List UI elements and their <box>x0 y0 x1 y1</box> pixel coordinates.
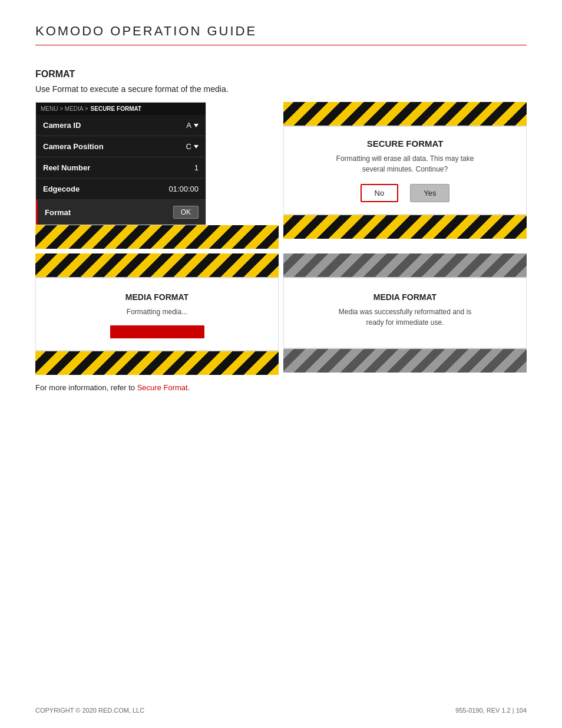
secure-format-link[interactable]: Secure Format <box>137 383 188 392</box>
section-heading: FORMAT <box>35 69 527 80</box>
secure-format-panel: SECURE FORMAT Formatting will erase all … <box>283 102 527 249</box>
dropdown-arrow-camera-id <box>194 124 199 127</box>
media-format-progress-panel: MEDIA FORMAT Formatting media... <box>35 253 279 375</box>
hazard-stripe-right-top <box>283 102 527 126</box>
footer-rev: 955-0190, REV 1.2 | 104 <box>455 707 527 714</box>
dropdown-arrow-camera-position <box>194 145 199 149</box>
camera-menu-panel: MENU > MEDIA > SECURE FORMAT Camera ID A… <box>35 102 279 249</box>
secure-format-dialog: SECURE FORMAT Formatting will erase all … <box>283 126 527 215</box>
progress-bar <box>110 325 204 338</box>
dialog-buttons: No Yes <box>293 184 517 202</box>
camera-position-label: Camera Position <box>43 142 104 151</box>
page-footer: COPYRIGHT © 2020 RED.COM, LLC 955-0190, … <box>35 707 527 714</box>
camera-menu-screen: MENU > MEDIA > SECURE FORMAT Camera ID A… <box>35 102 206 225</box>
menu-row-reel-number: Reel Number 1 <box>36 157 206 179</box>
no-button[interactable]: No <box>361 184 399 202</box>
media-format-done-dialog: MEDIA FORMAT Media was successfully refo… <box>283 278 527 348</box>
format-ok-button[interactable]: OK <box>173 206 199 219</box>
page-header: KOMODO OPERATION GUIDE <box>35 24 527 45</box>
reel-number-label: Reel Number <box>43 163 90 172</box>
menu-row-camera-id: Camera ID A <box>36 115 206 136</box>
hazard-stripe-left-bottom-top <box>35 253 279 277</box>
screenshots-bottom-row: MEDIA FORMAT Formatting media... MEDIA F… <box>35 253 527 375</box>
format-label: Format <box>45 208 71 217</box>
screenshots-top-row: MENU > MEDIA > SECURE FORMAT Camera ID A… <box>35 102 527 249</box>
edgecode-label: Edgecode <box>43 185 80 193</box>
menu-row-format[interactable]: Format OK <box>36 200 206 225</box>
footer-note: For more information, refer to Secure Fo… <box>35 383 527 392</box>
secure-format-title: SECURE FORMAT <box>293 139 517 149</box>
media-format-done-title: MEDIA FORMAT <box>293 292 517 302</box>
footer-copyright: COPYRIGHT © 2020 RED.COM, LLC <box>35 707 144 714</box>
menu-row-edgecode: Edgecode 01:00:00 <box>36 179 206 200</box>
hazard-stripe-gray-bottom <box>283 349 527 373</box>
camera-position-value: C <box>186 142 199 151</box>
secure-format-text: Formatting will erase all data. This may… <box>293 153 517 174</box>
section-intro: Use Format to execute a secure format of… <box>35 84 527 94</box>
yes-button[interactable]: Yes <box>410 184 449 202</box>
media-format-progress-dialog: MEDIA FORMAT Formatting media... <box>35 278 279 351</box>
media-format-done-panel: MEDIA FORMAT Media was successfully refo… <box>283 253 527 375</box>
breadcrumb-normal: MENU > MEDIA > <box>41 106 88 112</box>
media-format-progress-title: MEDIA FORMAT <box>45 292 269 302</box>
breadcrumb-bold: SECURE FORMAT <box>91 106 141 112</box>
hazard-stripe-left-bottom-bottom <box>35 351 279 375</box>
hazard-stripe-left-top <box>35 225 279 249</box>
menu-breadcrumb: MENU > MEDIA > SECURE FORMAT <box>36 103 206 115</box>
menu-row-camera-position: Camera Position C <box>36 136 206 157</box>
camera-id-value: A <box>186 121 199 130</box>
hazard-stripe-right-bottom <box>283 215 527 239</box>
camera-id-label: Camera ID <box>43 121 81 130</box>
hazard-stripe-gray-top <box>283 253 527 277</box>
reel-number-value: 1 <box>194 163 199 172</box>
media-format-done-text: Media was successfully reformatted and i… <box>293 307 517 328</box>
edgecode-value: 01:00:00 <box>168 185 199 193</box>
page-title: KOMODO OPERATION GUIDE <box>35 24 257 38</box>
media-format-progress-text: Formatting media... <box>45 307 269 317</box>
